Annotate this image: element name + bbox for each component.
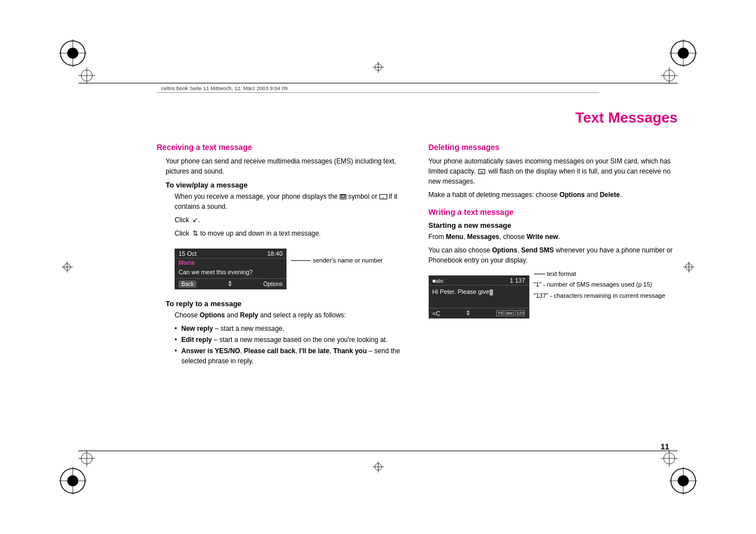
left-column: Receiving a text message Your phone can … xyxy=(157,143,406,439)
write-mode-icon: ■abc xyxy=(433,277,444,284)
bullet-answer: Answer is YES/NO, Please call back, I'll… xyxy=(175,346,406,366)
right-column: Deleting messages Your phone automatical… xyxy=(429,143,678,439)
write-header: ■abc 1 137 xyxy=(429,276,529,285)
write-count: 1 137 xyxy=(510,277,525,284)
deleting-heading: Deleting messages xyxy=(429,143,678,152)
write-footer: <C ⇕ T9 abc 123 xyxy=(429,308,529,318)
click-line2: Click ⇅ to move up and down in a text me… xyxy=(175,228,406,238)
receiving-heading: Receiving a text message xyxy=(157,143,406,152)
write-input-modes: T9 abc 123 xyxy=(496,310,525,316)
phone-options-btn: Options xyxy=(264,281,283,287)
file-info-text: celtris.book Seite 11 Mittwoch, 12. März… xyxy=(161,85,288,91)
phone-back-btn: Back xyxy=(179,280,196,288)
phone-footer: Back ⇕ Options xyxy=(175,278,286,289)
callout-text: sender's name or number xyxy=(313,257,383,264)
reply-subheading: To reply to a message xyxy=(166,299,406,308)
start-options-text: You can also choose Options, Send SMS wh… xyxy=(429,245,678,265)
del-options-text: Make a habit of deleting messages: choos… xyxy=(429,190,678,200)
start-menu-text: From Menu, Messages, choose Write new. xyxy=(429,232,678,242)
write-nav: ⇕ xyxy=(466,310,471,317)
page-number: 11 xyxy=(660,442,669,451)
chars-remaining-annotation: "137" - characters remaining in current … xyxy=(534,292,665,300)
write-screen-container: ■abc 1 137 Hi Peter. Please give <C ⇕ T9… xyxy=(429,270,529,324)
sms-count-annotation: "1" - number of SMS messages used (p 15) xyxy=(534,280,665,289)
phone-nav-icon: ⇕ xyxy=(227,280,233,288)
bullet-new-reply: New reply – start a new message. xyxy=(175,324,406,334)
start-subheading: Starting a new message xyxy=(429,221,678,229)
file-info-bar: celtris.book Seite 11 Mittwoch, 12. März… xyxy=(157,83,599,93)
callout-annotation: sender's name or number xyxy=(291,257,383,264)
write-back: <C xyxy=(433,310,440,317)
receiving-intro: Your phone can send and receive multimed… xyxy=(166,156,406,176)
write-body: Hi Peter. Please give xyxy=(429,285,529,308)
message-phone-screen: 15 Oct 18:40 Maria Can we meet this even… xyxy=(175,249,287,289)
phone-time: 18:40 xyxy=(267,250,283,257)
reply-bullets: New reply – start a new message. Edit re… xyxy=(175,324,406,366)
phone-sender: Maria xyxy=(175,259,286,266)
reply-intro: Choose Options and Reply and select a re… xyxy=(175,310,406,320)
text-format-annotation: text format xyxy=(547,270,576,278)
phone-message: Can we meet this evening? xyxy=(175,266,286,278)
write-phone-screen: ■abc 1 137 Hi Peter. Please give <C ⇕ T9… xyxy=(429,275,529,318)
phone-mockup-area: 15 Oct 18:40 Maria Can we meet this even… xyxy=(166,243,406,295)
del-text: Your phone automatically saves incoming … xyxy=(429,156,678,186)
page-title: Text Messages xyxy=(575,109,678,127)
write-mockup-row: ■abc 1 137 Hi Peter. Please give <C ⇕ T9… xyxy=(429,270,678,324)
writing-heading: Writing a text message xyxy=(429,208,678,217)
view-text: When you receive a message, your phone d… xyxy=(175,191,406,212)
click-line1: Click ↙. xyxy=(175,215,406,225)
phone-date: 15 Oct xyxy=(179,250,196,257)
bullet-edit-reply: Edit reply – start a new message based o… xyxy=(175,335,406,345)
write-annotations: text format "1" - number of SMS messages… xyxy=(534,270,665,300)
phone-header: 15 Oct 18:40 xyxy=(175,249,286,259)
view-subheading: To view/play a message xyxy=(166,181,406,189)
